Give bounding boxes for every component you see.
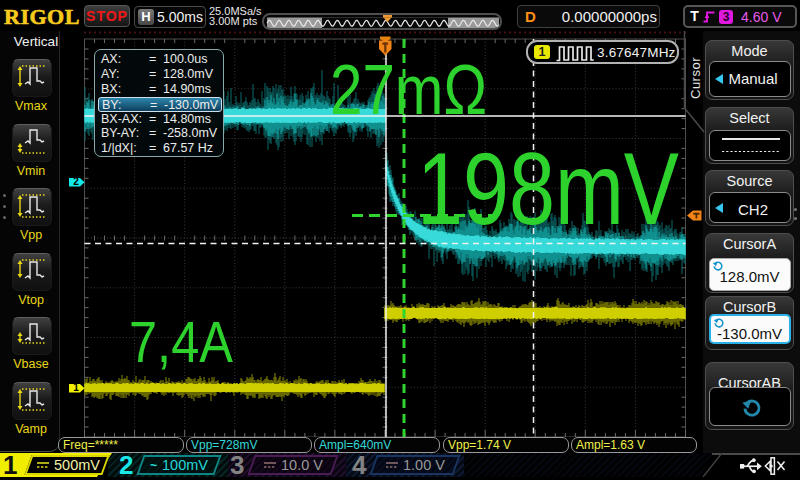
- svg-text:198mV: 198mV: [417, 132, 679, 246]
- svg-text:27mΩ: 27mΩ: [330, 51, 487, 129]
- svg-text:1: 1: [73, 382, 79, 393]
- svg-text:2: 2: [73, 176, 79, 187]
- svg-text:7,4A: 7,4A: [129, 309, 233, 374]
